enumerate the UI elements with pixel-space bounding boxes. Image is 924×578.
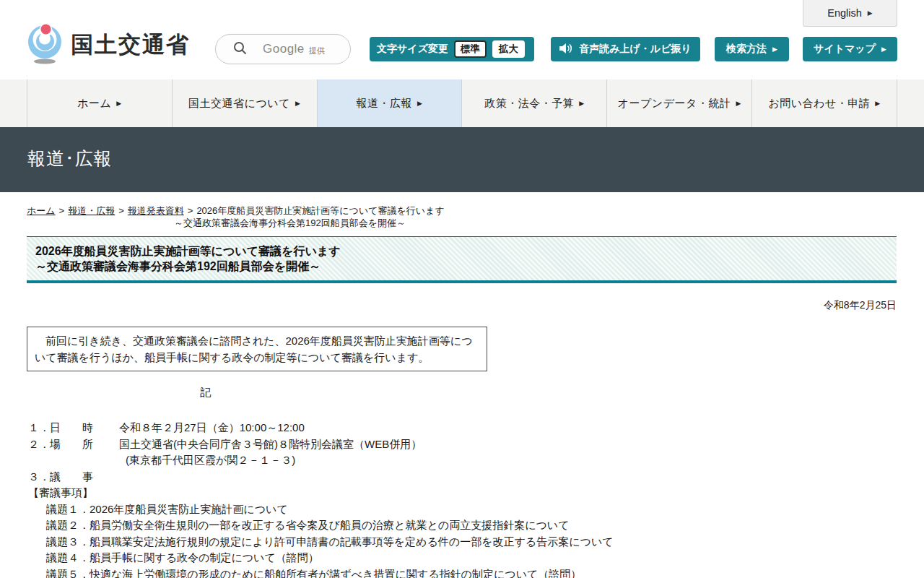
chevron-right-icon: ▶ xyxy=(579,100,584,107)
publish-date: 令和8年2月25日 xyxy=(27,299,897,312)
search-method-label: 検索方法 xyxy=(726,43,767,56)
agenda-item-2: 議題２．船員労働安全衛生規則の一部を改正する省令案及び船員の治療と就業との両立支… xyxy=(27,517,897,534)
detail-label: １．日 時 xyxy=(28,420,119,436)
nav-label: オープンデータ・統計 xyxy=(618,97,731,111)
agenda-item-3: 議題３．船員職業安定法施行規則の規定により許可申請書の記載事項等を定める件の一部… xyxy=(27,534,897,551)
breadcrumb: ホーム>報道・広報>報道発表資料>2026年度船員災害防止実施計画等について審議… xyxy=(27,205,897,229)
nav-item-home[interactable]: ホーム ▶ xyxy=(27,79,172,127)
voice-readout-button[interactable]: 音声読み上げ・ルビ振り xyxy=(551,37,700,61)
breadcrumb-current-line2: ～交通政策審議会海事分科会第192回船員部会を開催～ xyxy=(174,217,897,229)
breadcrumb-link-press-release[interactable]: 報道発表資料 xyxy=(128,205,184,216)
search-placeholder-suffix: 提供 xyxy=(309,43,325,56)
font-size-label: 文字サイズ変更 xyxy=(377,43,448,56)
nav-item-policy[interactable]: 政策・法令・予算 ▶ xyxy=(461,79,606,127)
chevron-right-icon: ▶ xyxy=(417,100,422,107)
detail-row-address: (東京都千代田区霞が関２－１－３) xyxy=(27,452,897,469)
breadcrumb-separator: > xyxy=(118,205,124,216)
ki-label: 記 xyxy=(200,386,897,400)
main-content: ホーム>報道・広報>報道発表資料>2026年度船員災害防止実施計画等について審議… xyxy=(27,192,897,578)
chevron-right-icon: ▶ xyxy=(881,46,886,53)
nav-label: お問い合わせ・申請 xyxy=(768,97,870,111)
breadcrumb-link-press[interactable]: 報道・広報 xyxy=(68,205,115,216)
page: 国土交通省 Google 提供 文字サイズ変更 標準 拡大 xyxy=(0,0,924,578)
article-title-box: 2026年度船員災害防止実施計画等について審議を行います ～交通政策審議会海事分… xyxy=(27,236,897,283)
search-method-button[interactable]: 検索方法 ▶ xyxy=(715,37,789,61)
article-title-line1: 2026年度船員災害防止実施計画等について審議を行います xyxy=(35,243,888,259)
chevron-right-icon: ▶ xyxy=(295,100,300,107)
font-size-control: 文字サイズ変更 標準 拡大 xyxy=(370,37,534,61)
english-label: English xyxy=(827,7,862,19)
agenda-item-4: 議題４．船員手帳に関する政令の制定について（諮問） xyxy=(27,550,897,566)
chevron-right-icon: ▶ xyxy=(736,100,741,107)
breadcrumb-separator: > xyxy=(59,205,65,216)
search-placeholder-brand: Google xyxy=(263,42,305,56)
section-title: 報道･広報 xyxy=(27,147,113,171)
mlit-logo[interactable]: 国土交通省 xyxy=(26,22,190,67)
detail-label: ３．議 事 xyxy=(28,469,119,486)
sitemap-label: サイトマップ xyxy=(814,43,876,56)
nav-label: 政策・法令・予算 xyxy=(484,97,574,111)
nav-label: 報道・広報 xyxy=(357,97,413,111)
nav-label: 国土交通省について xyxy=(188,97,290,111)
nav-item-contact[interactable]: お問い合わせ・申請 ▶ xyxy=(751,79,897,127)
chevron-right-icon: ▶ xyxy=(116,100,121,107)
breadcrumb-link-home[interactable]: ホーム xyxy=(27,205,56,216)
nav-item-opendata[interactable]: オープンデータ・統計 ▶ xyxy=(606,79,751,127)
font-size-standard-button[interactable]: 標準 xyxy=(454,40,487,58)
site-title: 国土交通省 xyxy=(71,30,190,60)
agenda-item-1: 議題１．2026年度船員災害防止実施計画について xyxy=(27,501,897,518)
breadcrumb-current: 2026年度船員災害防止実施計画等について審議を行います xyxy=(196,205,444,216)
nav-item-about[interactable]: 国土交通省について ▶ xyxy=(172,79,317,127)
chevron-right-icon: ▶ xyxy=(868,10,873,17)
breadcrumb-separator: > xyxy=(188,205,193,216)
site-header: 国土交通省 Google 提供 文字サイズ変更 標準 拡大 xyxy=(0,0,924,79)
chevron-right-icon: ▶ xyxy=(772,46,777,53)
detail-value: 国土交通省(中央合同庁舎３号館)８階特別会議室（WEB併用） xyxy=(119,438,422,450)
article-title-line2: ～交通政策審議会海事分科会第192回船員部会を開催～ xyxy=(35,259,888,274)
english-button[interactable]: English ▶ xyxy=(803,0,897,27)
nav-label: ホーム xyxy=(77,97,111,111)
font-size-large-button[interactable]: 拡大 xyxy=(492,40,525,58)
nav-item-press[interactable]: 報道・広報 ▶ xyxy=(317,79,462,127)
search-input[interactable]: Google 提供 xyxy=(215,34,351,64)
chevron-right-icon: ▶ xyxy=(875,100,880,107)
detail-value: 令和８年２月27日（金）10:00～12:00 xyxy=(119,421,305,434)
voice-readout-label: 音声読み上げ・ルビ振り xyxy=(579,43,692,56)
sitemap-button[interactable]: サイトマップ ▶ xyxy=(803,37,897,61)
agenda-header: 【審議事項】 xyxy=(27,485,897,501)
detail-row-agenda: ３．議 事 xyxy=(27,469,897,486)
agenda-item-5: 議題５．快適な海上労働環境の形成のために船舶所有者が講ずべき措置に関する指針の制… xyxy=(27,566,897,578)
detail-row-datetime: １．日 時令和８年２月27日（金）10:00～12:00 xyxy=(27,420,897,436)
detail-label: ２．場 所 xyxy=(28,436,119,453)
meeting-details: １．日 時令和８年２月27日（金）10:00～12:00 ２．場 所国土交通省(… xyxy=(27,420,897,578)
global-nav: ホーム ▶ 国土交通省について ▶ 報道・広報 ▶ 政策・法令・予算 ▶ オープ… xyxy=(0,79,924,127)
mlit-logo-icon xyxy=(26,22,65,67)
section-band: 報道･広報 xyxy=(0,127,924,192)
search-icon xyxy=(233,41,247,58)
detail-row-place: ２．場 所国土交通省(中央合同庁舎３号館)８階特別会議室（WEB併用） xyxy=(27,436,897,453)
speaker-icon xyxy=(559,43,572,56)
summary-box: 前回に引き続き、交通政策審議会に諮問された、2026年度船員災害防止実施計画等に… xyxy=(27,327,487,371)
